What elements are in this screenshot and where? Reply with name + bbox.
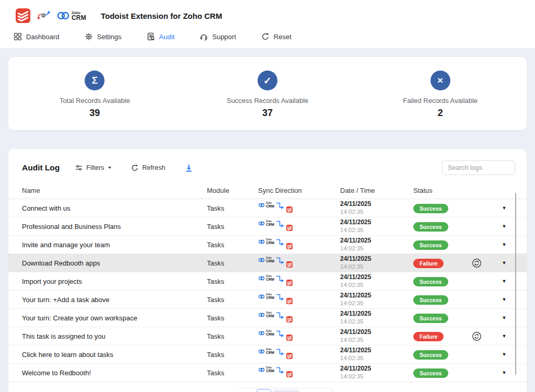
retry-icon[interactable] — [471, 257, 482, 269]
sync-direction-cell: ZohoCRM — [258, 257, 340, 270]
expand-caret-icon[interactable]: ▼ — [494, 205, 514, 211]
status-badge: Success — [413, 240, 448, 250]
download-logs-button[interactable] — [185, 164, 193, 172]
table-row[interactable]: Click here to learn about tasks Tasks Zo… — [8, 345, 527, 364]
nav-item-dashboard[interactable]: Dashboard — [14, 32, 60, 41]
page-title: Todoist Extension for Zoho CRM — [101, 11, 222, 20]
expand-caret-icon[interactable]: ▼ — [494, 352, 514, 357]
table-row[interactable]: Welcome to Redbooth! Tasks ZohoCRM — [8, 364, 527, 382]
table-row[interactable]: Your turn: +Add a task above Tasks ZohoC… — [8, 291, 527, 309]
todoist-mini-logo — [286, 315, 293, 325]
stat-value: 2 — [354, 108, 527, 119]
expand-caret-icon[interactable]: ▼ — [494, 260, 514, 266]
zoho-crm-mini-logo: ZohoCRM — [258, 312, 274, 318]
table-row[interactable]: Your turn: Create your own workspace Tas… — [8, 309, 527, 327]
todoist-mini-logo — [286, 279, 293, 288]
expand-caret-icon[interactable]: ▼ — [494, 279, 514, 284]
log-module: Tasks — [207, 369, 258, 377]
refresh-button[interactable]: Refresh — [131, 164, 165, 171]
search-logs-input[interactable] — [442, 160, 515, 175]
table-row[interactable]: Import your projects Tasks ZohoCRM — [8, 272, 527, 291]
log-name: Invite and manage your team — [22, 241, 207, 249]
stat-label: Success Records Available — [181, 97, 354, 105]
audit-icon — [147, 32, 155, 41]
expand-caret-icon[interactable]: ▼ — [494, 370, 514, 375]
todoist-mini-logo — [286, 242, 293, 251]
zoho-crm-mini-logo: ZohoCRM — [258, 330, 274, 337]
nav-item-audit[interactable]: Audit — [147, 32, 175, 41]
brand-row: Zoho CRM Todoist Extension for Zoho CRM — [0, 0, 535, 27]
nav-item-support[interactable]: Support — [200, 32, 236, 41]
refresh-label: Refresh — [142, 164, 165, 171]
pagination-controls: « ‹ 1 of 4 › » — [239, 388, 333, 392]
status-badge: Success — [413, 295, 448, 305]
status-badge: Failure — [413, 259, 444, 268]
stat-label: Failed Records Available — [354, 97, 527, 105]
zoho-crm-mini-logo: ZohoCRM — [258, 367, 274, 373]
sync-arrow-icon — [276, 330, 285, 338]
log-name: Your turn: Create your own workspace — [22, 314, 207, 322]
zoho-crm-mini-logo: ZohoCRM — [258, 257, 274, 263]
nav-item-reset[interactable]: Reset — [261, 32, 292, 41]
status-badge: Success — [413, 314, 448, 323]
dashboard-icon — [14, 32, 22, 41]
last-page-button[interactable]: » — [318, 390, 331, 392]
log-datetime: 24/11/2025 14:02:35 — [340, 200, 413, 215]
sync-arrow-icon — [276, 312, 285, 320]
log-module: Tasks — [207, 223, 258, 230]
table-row[interactable]: Connect with us Tasks ZohoCRM — [8, 199, 527, 217]
refresh-icon — [131, 164, 138, 171]
status-badge: Success — [413, 222, 448, 232]
audit-log-card: Audit Log Filters Refresh — [8, 149, 527, 392]
expand-caret-icon[interactable]: ▼ — [494, 333, 514, 339]
table-row[interactable]: This task is assigned to you Tasks ZohoC… — [8, 327, 527, 345]
table-row[interactable]: Invite and manage your team Tasks ZohoCR… — [8, 236, 527, 254]
settings-icon — [85, 32, 93, 41]
first-page-button[interactable]: « — [241, 390, 255, 392]
expand-caret-icon[interactable]: ▼ — [494, 297, 514, 302]
log-module: Tasks — [207, 314, 258, 322]
log-name: Connect with us — [22, 204, 207, 212]
stat-failed-records: × Failed Records Available 2 — [354, 71, 527, 119]
table-row[interactable]: Professional and Business Plans Tasks Zo… — [8, 217, 527, 236]
log-name: Professional and Business Plans — [22, 223, 207, 230]
main-nav: Dashboard Settings Audit — [0, 27, 535, 48]
column-header-module: Module — [207, 187, 258, 194]
expand-caret-icon[interactable]: ▼ — [494, 315, 514, 320]
column-header-name: Name — [22, 187, 207, 194]
nav-label: Reset — [274, 33, 292, 41]
expand-caret-icon[interactable]: ▼ — [494, 224, 514, 229]
filters-button[interactable]: Filters — [75, 164, 111, 171]
log-datetime: 24/11/2025 14:02:35 — [340, 237, 413, 252]
sync-arrow-icon — [276, 202, 285, 210]
status-badge: Success — [413, 204, 448, 213]
column-header-sync-direction: Sync Direction — [258, 187, 340, 194]
nav-item-settings[interactable]: Settings — [85, 32, 122, 41]
log-module: Tasks — [207, 332, 258, 340]
todoist-mini-logo — [286, 352, 293, 361]
sync-direction-cell: ZohoCRM — [258, 366, 340, 379]
reset-icon — [261, 32, 270, 41]
column-header-date-time: Date / Time — [340, 187, 413, 194]
sync-arrow-icon — [276, 257, 285, 265]
expand-caret-icon[interactable]: ▼ — [494, 242, 514, 247]
nav-label: Dashboard — [26, 33, 60, 41]
next-page-button[interactable]: › — [302, 390, 316, 392]
sync-arrow-icon — [276, 220, 285, 228]
table-row[interactable]: Download Redbooth apps Tasks ZohoCRM — [8, 254, 527, 272]
status-badge: Failure — [413, 332, 444, 341]
previous-page-button[interactable]: ‹ — [257, 390, 271, 392]
sync-arrow-icon — [276, 348, 285, 356]
todoist-mini-logo — [286, 370, 293, 379]
retry-icon[interactable] — [471, 330, 482, 342]
records-summary-card: Σ Total Records Available 39 ✓ Success R… — [8, 57, 527, 130]
sync-direction-cell: ZohoCRM — [258, 293, 340, 306]
support-icon — [200, 32, 208, 41]
zoho-crm-mini-logo: ZohoCRM — [258, 221, 274, 227]
zoho-rings-icon — [56, 11, 70, 20]
sliders-icon — [75, 165, 83, 171]
table-scrollbar[interactable] — [515, 193, 516, 375]
zoho-rings-icon — [258, 203, 265, 207]
log-name: Click here to learn about tasks — [22, 351, 207, 359]
sigma-icon: Σ — [85, 71, 104, 90]
